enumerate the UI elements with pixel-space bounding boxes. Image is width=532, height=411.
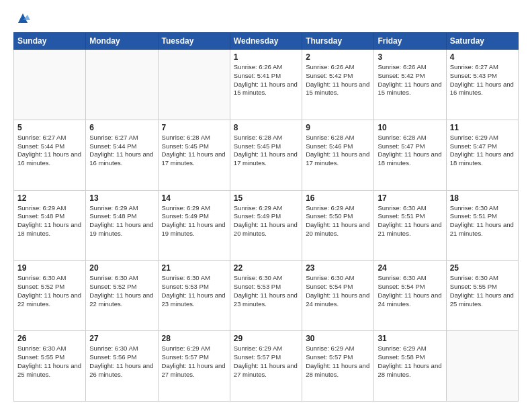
day-number: 6 [89, 123, 154, 132]
day-number: 15 [234, 193, 298, 203]
calendar-cell: 3Sunrise: 6:26 AMSunset: 5:42 PMDaylight… [374, 50, 446, 120]
calendar-cell [14, 50, 86, 120]
day-number: 2 [306, 52, 370, 62]
week-row-2: 5Sunrise: 6:27 AMSunset: 5:44 PMDaylight… [14, 120, 519, 190]
logo-icon [15, 11, 30, 26]
calendar-cell: 29Sunrise: 6:29 AMSunset: 5:57 PMDayligh… [230, 331, 302, 402]
day-number: 23 [306, 263, 370, 273]
calendar-cell: 5Sunrise: 6:27 AMSunset: 5:44 PMDaylight… [14, 120, 86, 190]
day-info: Sunrise: 6:29 AMSunset: 5:49 PMDaylight:… [162, 204, 226, 238]
day-info: Sunrise: 6:29 AMSunset: 5:48 PMDaylight:… [89, 204, 154, 238]
day-header-friday: Friday [374, 33, 446, 50]
day-number: 1 [234, 52, 298, 62]
day-header-tuesday: Tuesday [158, 33, 230, 50]
day-info: Sunrise: 6:29 AMSunset: 5:49 PMDaylight:… [234, 204, 298, 238]
day-info: Sunrise: 6:27 AMSunset: 5:44 PMDaylight:… [17, 134, 82, 168]
calendar-cell: 23Sunrise: 6:30 AMSunset: 5:54 PMDayligh… [302, 261, 374, 331]
calendar-cell: 4Sunrise: 6:27 AMSunset: 5:43 PMDaylight… [446, 50, 518, 120]
calendar-cell: 27Sunrise: 6:30 AMSunset: 5:56 PMDayligh… [86, 331, 158, 402]
day-info: Sunrise: 6:30 AMSunset: 5:54 PMDaylight:… [306, 274, 370, 308]
calendar-cell: 6Sunrise: 6:27 AMSunset: 5:44 PMDaylight… [86, 120, 158, 190]
calendar-cell: 31Sunrise: 6:29 AMSunset: 5:58 PMDayligh… [374, 331, 446, 402]
calendar-cell: 30Sunrise: 6:29 AMSunset: 5:57 PMDayligh… [302, 331, 374, 402]
day-info: Sunrise: 6:30 AMSunset: 5:52 PMDaylight:… [17, 274, 82, 308]
header-row: SundayMondayTuesdayWednesdayThursdayFrid… [14, 33, 519, 50]
day-number: 3 [378, 52, 442, 62]
day-info: Sunrise: 6:30 AMSunset: 5:51 PMDaylight:… [450, 204, 515, 238]
day-header-sunday: Sunday [14, 33, 86, 50]
day-info: Sunrise: 6:30 AMSunset: 5:53 PMDaylight:… [234, 274, 298, 308]
day-number: 12 [17, 193, 82, 203]
day-number: 29 [234, 334, 298, 343]
calendar-cell: 28Sunrise: 6:29 AMSunset: 5:57 PMDayligh… [158, 331, 230, 402]
page: SundayMondayTuesdayWednesdayThursdayFrid… [0, 0, 532, 411]
day-info: Sunrise: 6:28 AMSunset: 5:46 PMDaylight:… [306, 134, 370, 168]
calendar-cell: 1Sunrise: 6:26 AMSunset: 5:41 PMDaylight… [230, 50, 302, 120]
calendar-cell [158, 50, 230, 120]
day-number: 4 [450, 52, 515, 62]
calendar-cell: 20Sunrise: 6:30 AMSunset: 5:52 PMDayligh… [86, 261, 158, 331]
day-number: 25 [450, 263, 515, 273]
day-header-saturday: Saturday [446, 33, 518, 50]
day-number: 19 [17, 263, 82, 273]
calendar-cell: 2Sunrise: 6:26 AMSunset: 5:42 PMDaylight… [302, 50, 374, 120]
day-number: 10 [378, 123, 442, 132]
day-number: 26 [17, 334, 82, 343]
day-number: 21 [162, 263, 226, 273]
week-row-5: 26Sunrise: 6:30 AMSunset: 5:55 PMDayligh… [14, 331, 519, 402]
calendar-cell: 11Sunrise: 6:29 AMSunset: 5:47 PMDayligh… [446, 120, 518, 190]
day-info: Sunrise: 6:29 AMSunset: 5:50 PMDaylight:… [306, 204, 370, 238]
day-number: 27 [89, 334, 154, 343]
week-row-4: 19Sunrise: 6:30 AMSunset: 5:52 PMDayligh… [14, 261, 519, 331]
day-number: 20 [89, 263, 154, 273]
day-info: Sunrise: 6:30 AMSunset: 5:51 PMDaylight:… [378, 204, 442, 238]
calendar-cell: 17Sunrise: 6:30 AMSunset: 5:51 PMDayligh… [374, 190, 446, 261]
day-header-monday: Monday [86, 33, 158, 50]
header [13, 12, 519, 26]
calendar-cell: 18Sunrise: 6:30 AMSunset: 5:51 PMDayligh… [446, 190, 518, 261]
day-number: 24 [378, 263, 442, 273]
calendar-cell: 15Sunrise: 6:29 AMSunset: 5:49 PMDayligh… [230, 190, 302, 261]
calendar-cell: 25Sunrise: 6:30 AMSunset: 5:55 PMDayligh… [446, 261, 518, 331]
day-info: Sunrise: 6:26 AMSunset: 5:42 PMDaylight:… [378, 63, 442, 97]
day-number: 17 [378, 193, 442, 203]
calendar-table: SundayMondayTuesdayWednesdayThursdayFrid… [13, 32, 519, 402]
calendar-cell: 14Sunrise: 6:29 AMSunset: 5:49 PMDayligh… [158, 190, 230, 261]
day-number: 13 [89, 193, 154, 203]
day-number: 8 [234, 123, 298, 132]
day-number: 31 [378, 334, 442, 343]
calendar-cell: 9Sunrise: 6:28 AMSunset: 5:46 PMDaylight… [302, 120, 374, 190]
calendar-cell: 19Sunrise: 6:30 AMSunset: 5:52 PMDayligh… [14, 261, 86, 331]
day-info: Sunrise: 6:28 AMSunset: 5:47 PMDaylight:… [378, 134, 442, 168]
day-info: Sunrise: 6:29 AMSunset: 5:57 PMDaylight:… [234, 345, 298, 379]
day-number: 28 [162, 334, 226, 343]
day-number: 7 [162, 123, 226, 132]
calendar-cell: 7Sunrise: 6:28 AMSunset: 5:45 PMDaylight… [158, 120, 230, 190]
day-info: Sunrise: 6:29 AMSunset: 5:57 PMDaylight:… [162, 345, 226, 379]
calendar-cell: 10Sunrise: 6:28 AMSunset: 5:47 PMDayligh… [374, 120, 446, 190]
day-info: Sunrise: 6:30 AMSunset: 5:55 PMDaylight:… [17, 345, 82, 379]
calendar-cell [86, 50, 158, 120]
day-info: Sunrise: 6:28 AMSunset: 5:45 PMDaylight:… [234, 134, 298, 168]
day-number: 30 [306, 334, 370, 343]
day-info: Sunrise: 6:30 AMSunset: 5:56 PMDaylight:… [89, 345, 154, 379]
day-info: Sunrise: 6:29 AMSunset: 5:57 PMDaylight:… [306, 345, 370, 379]
calendar-cell: 13Sunrise: 6:29 AMSunset: 5:48 PMDayligh… [86, 190, 158, 261]
day-info: Sunrise: 6:29 AMSunset: 5:58 PMDaylight:… [378, 345, 442, 379]
week-row-1: 1Sunrise: 6:26 AMSunset: 5:41 PMDaylight… [14, 50, 519, 120]
calendar-cell: 8Sunrise: 6:28 AMSunset: 5:45 PMDaylight… [230, 120, 302, 190]
day-number: 9 [306, 123, 370, 132]
day-info: Sunrise: 6:30 AMSunset: 5:53 PMDaylight:… [162, 274, 226, 308]
day-number: 11 [450, 123, 515, 132]
day-info: Sunrise: 6:30 AMSunset: 5:52 PMDaylight:… [89, 274, 154, 308]
day-info: Sunrise: 6:27 AMSunset: 5:44 PMDaylight:… [89, 134, 154, 168]
day-number: 16 [306, 193, 370, 203]
day-info: Sunrise: 6:30 AMSunset: 5:55 PMDaylight:… [450, 274, 515, 308]
day-number: 22 [234, 263, 298, 273]
calendar-cell: 24Sunrise: 6:30 AMSunset: 5:54 PMDayligh… [374, 261, 446, 331]
calendar-cell: 26Sunrise: 6:30 AMSunset: 5:55 PMDayligh… [14, 331, 86, 402]
day-number: 14 [162, 193, 226, 203]
day-info: Sunrise: 6:30 AMSunset: 5:54 PMDaylight:… [378, 274, 442, 308]
day-info: Sunrise: 6:29 AMSunset: 5:48 PMDaylight:… [17, 204, 82, 238]
calendar-cell [446, 331, 518, 402]
